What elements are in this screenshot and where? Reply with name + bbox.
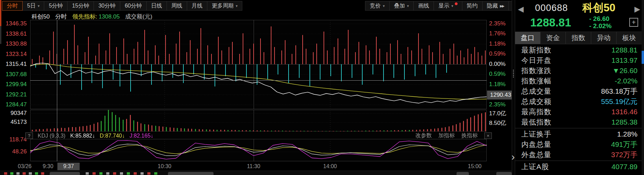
quote-row: 最低指数1285.38 <box>515 117 642 127</box>
time-axis-label: 11:30 <box>247 163 260 170</box>
quote-row-value: 1313.97 <box>611 56 637 65</box>
quote-header: ◀ 000688 科创50 ▶ 1288.81 - 26.60 - 2.02% … <box>515 0 642 31</box>
period-tab-button-2[interactable]: 5分钟 <box>44 1 68 11</box>
button-label: 5分钟 <box>49 2 63 10</box>
left-price-axis: 1346.351338.611330.881323.141315.411307.… <box>0 0 29 162</box>
price-axis-label: 1346.35 <box>6 20 27 27</box>
prev-stock-arrow-icon[interactable]: ◀ <box>518 5 524 14</box>
percent-axis-label: 0.59% <box>489 50 506 57</box>
quote-row-value: 491万手 <box>611 140 637 149</box>
quote-row-value: ▼26.60 <box>612 67 637 75</box>
ticker-text-fragment <box>4 172 7 175</box>
ticker-pill <box>168 172 214 175</box>
tool-button-2[interactable]: 画线 <box>413 1 434 11</box>
chart-period-label: 分时 <box>55 13 67 21</box>
tool-button-1[interactable]: 叠加▾ <box>389 1 414 11</box>
dropdown-arrow-icon: ▾ <box>407 4 409 8</box>
panel-divider[interactable]: › <box>512 0 515 175</box>
quote-row-value: 863.18万手 <box>601 86 637 96</box>
quote-tab-active[interactable]: 盘口 <box>515 32 540 44</box>
period-tab-button-9[interactable]: 更多周期▾ <box>207 1 243 11</box>
current-price-tag: 1290.43 <box>487 91 514 100</box>
quote-row: 指数涨幅-2.02% <box>515 76 642 86</box>
quote-row-label: 上证A股 <box>521 162 549 172</box>
change-value: - 26.60 <box>589 15 609 22</box>
close-indicator-icon[interactable]: × <box>484 132 492 139</box>
kdj-action-link[interactable]: 换指标 <box>461 132 478 139</box>
chart-plot-area[interactable] <box>30 20 487 162</box>
button-label: 分时 <box>7 2 18 10</box>
lead-indicator-value: 1308.05 <box>99 13 120 20</box>
ticker-text-fragment <box>93 172 96 175</box>
ticker-text-fragment <box>113 172 116 175</box>
price-axis-label: 1338.61 <box>6 31 27 37</box>
tool-button-0[interactable]: 竞价▾ <box>365 1 390 11</box>
next-stock-arrow-icon[interactable]: ▶ <box>634 5 640 14</box>
button-label: 简约 <box>467 2 478 10</box>
quote-row-label: 上证换手 <box>521 129 551 139</box>
button-label: 15分钟 <box>72 2 89 10</box>
price-axis-label: 1330.88 <box>6 40 27 47</box>
ticker-text-fragment <box>16 172 20 175</box>
price-axis-label: 1323.14 <box>6 51 27 58</box>
period-toolbar: 分时5日▾5分钟15分钟30分钟60分钟日线周线月线更多周期▾ <box>2 1 242 11</box>
row-group-divider <box>515 128 642 128</box>
quote-row-label: 总成交额 <box>521 97 551 106</box>
scrollbar[interactable] <box>642 0 644 175</box>
change-percent: - 2.02% <box>589 22 611 30</box>
period-tab-button-4[interactable]: 30分钟 <box>94 1 120 11</box>
ticker-pill <box>457 172 469 175</box>
period-tab-button-6[interactable]: 日线 <box>146 1 167 11</box>
quote-row-label: 指数涨跌 <box>521 66 551 75</box>
quote-row-label: 指数涨幅 <box>521 76 551 86</box>
percent-axis-label: 0.00% <box>489 61 506 68</box>
chart-symbol-name: 科创50 <box>32 13 50 21</box>
row-group-divider <box>515 161 642 161</box>
quote-tab-item[interactable]: 资金 <box>540 32 566 44</box>
period-tab-button-8[interactable]: 月线 <box>187 1 207 11</box>
period-tab-button-3[interactable]: 15分钟 <box>67 1 94 11</box>
time-axis-label: 10:30 <box>158 163 171 170</box>
ticker-text-fragment <box>29 172 32 175</box>
period-tab-button-0[interactable]: 分时 <box>2 1 23 11</box>
volume-axis-label: 45173 <box>11 119 27 126</box>
help-icon[interactable]: ? <box>25 132 33 139</box>
right-percent-axis: 2.35%1.76%1.18%0.59%0.00%0.59%1.18%2.35%… <box>488 0 514 162</box>
add-to-watchlist-button[interactable]: + <box>629 18 638 27</box>
quote-row: 总成交额555.19亿元 <box>515 96 642 107</box>
chart-title: 科创50 分时 领先指标: 1308.05 成交额(元) <box>32 13 152 21</box>
dropdown-arrow-icon: ▾ <box>236 4 238 8</box>
collapse-arrow-icon[interactable]: › <box>511 151 515 163</box>
period-tab-button-7[interactable]: 周线 <box>167 1 187 11</box>
ticker-text-fragment <box>147 172 150 175</box>
ticker-text-fragment <box>35 172 38 175</box>
ticker-strip <box>0 171 512 175</box>
quote-row-value: 555.19亿元 <box>601 97 637 106</box>
volume-axis-label: 90347 <box>11 110 27 117</box>
price-axis-label: 1292.21 <box>6 91 27 98</box>
ticker-text-fragment <box>106 172 109 175</box>
divider-drag-handle-icon[interactable] <box>513 69 514 78</box>
scrollbar-thumb[interactable] <box>642 51 644 64</box>
quote-row: 指数涨跌▼26.60 <box>515 66 642 76</box>
time-axis: 03/269:309:3710:3011:3014:0015:00 <box>0 162 512 171</box>
quote-tab-item[interactable]: 板块 <box>617 32 642 44</box>
quote-row-value: 1.28% <box>617 130 637 138</box>
button-label: 月线 <box>192 2 203 10</box>
period-tab-button-5[interactable]: 60分钟 <box>120 1 147 11</box>
quote-row-value: 4077.89 <box>611 163 637 171</box>
quote-tabs: 盘口资金指数异动板块 <box>515 32 642 44</box>
kdj-j-value: J:82.165↓ <box>130 133 153 139</box>
ticker-text-fragment <box>86 172 89 175</box>
kdj-action-link[interactable]: 改参数 <box>415 132 432 139</box>
percent-axis-label: 2.35% <box>489 101 506 108</box>
button-label: 60分钟 <box>125 2 142 10</box>
tool-button-4[interactable]: 简约 <box>462 1 483 11</box>
tool-button-3[interactable]: 显示▾ <box>434 1 462 11</box>
quote-tab-item[interactable]: 指数 <box>566 32 591 44</box>
quote-tab-item[interactable]: 异动 <box>591 32 617 44</box>
quote-row-label: 今日开盘 <box>521 56 551 65</box>
lead-indicator-label: 领先指标: <box>72 13 97 21</box>
kdj-action-link[interactable]: 加指标 <box>438 132 455 139</box>
button-label: 更多周期 <box>212 2 234 10</box>
